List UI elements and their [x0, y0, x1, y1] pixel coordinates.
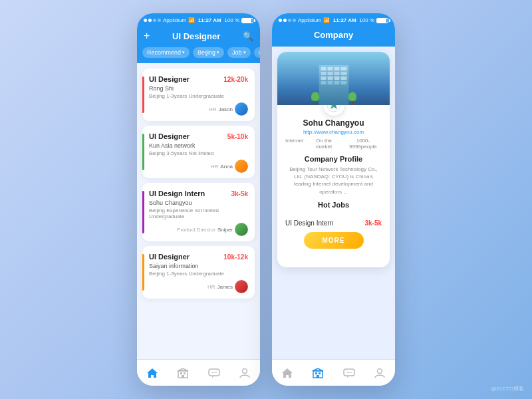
tab-home-left[interactable] [146, 368, 158, 378]
job-card-2[interactable]: UI Designer 5k-10k Kun Asia network Beij… [142, 126, 255, 178]
app-name-left: Applidium [163, 17, 186, 23]
rdot3 [288, 19, 291, 22]
company-profile-title: Company Profile [285, 155, 382, 163]
stack-card-2 [295, 259, 372, 264]
company-url[interactable]: http://www.changyou.com [285, 129, 382, 135]
job-tags-2: Beijing 3-5years Not limited [149, 150, 248, 156]
job-footer-4: HR James [149, 280, 248, 293]
svg-rect-12 [317, 375, 319, 378]
company-industry: Internet [285, 138, 303, 150]
company-info-section: Sohu Changyou http://www.changyou.com In… [277, 118, 390, 217]
svg-marker-4 [178, 368, 188, 371]
job-salary-2: 5k-10k [227, 133, 248, 140]
home-icon-right [281, 368, 293, 378]
tab-profile-left[interactable] [239, 368, 251, 378]
filter-company-label: Company [259, 49, 260, 56]
more-button[interactable]: MORE [304, 232, 364, 249]
signal-dots [144, 19, 161, 22]
status-bar-left: Applidium 📶 11:27 AM 100 % [137, 13, 260, 26]
tab-company-left[interactable] [177, 368, 189, 378]
job-card-3[interactable]: UI Design Intern 3k-5k Sohu Changyou Bei… [142, 183, 255, 241]
profile-icon [239, 368, 251, 378]
watermark: @51CTO博客 [491, 385, 524, 392]
tab-chat-right[interactable] [343, 368, 355, 378]
hot-job-row-1[interactable]: UI Design Intern 3k-5k [285, 219, 382, 227]
company-card: Sohu Changyou http://www.changyou.com In… [277, 52, 390, 267]
job-header-4: UI Designer 10k-12k [149, 253, 248, 261]
home-icon [146, 368, 158, 378]
svg-point-16 [377, 368, 382, 373]
nav-title-left: UI Designer [150, 31, 243, 41]
chat-icon [208, 368, 220, 378]
svg-rect-10 [315, 372, 317, 374]
filter-beijing-label: Beijing [198, 49, 215, 56]
job-title-4: UI Designer [149, 253, 190, 261]
stacked-cards [285, 259, 382, 267]
filter-recommend[interactable]: Recommend ▾ [142, 47, 190, 58]
rdot4 [293, 19, 296, 22]
search-icon[interactable]: 🔍 [243, 31, 253, 41]
filter-recommend-label: Recommend [147, 49, 181, 56]
hr-name-4: James [217, 284, 233, 290]
job-title-2: UI Designer [149, 132, 190, 140]
job-company-3: Sohu Changyou [149, 200, 248, 206]
tab-profile-right[interactable] [374, 368, 386, 378]
time-left: 11:27 AM [198, 17, 221, 23]
battery-pct-right: 100 % [359, 17, 374, 23]
job-card-1[interactable]: UI Designer 12k-20k Rong Shi Beijing 1-3… [142, 68, 255, 121]
hot-job-salary-1: 3k-5k [364, 219, 382, 227]
company-size: 1000-9999people [344, 138, 382, 150]
hr-name-1: Jason [219, 106, 233, 112]
job-tags-1: Beijing 1-3years Undergraduate [149, 93, 248, 99]
left-phone: Applidium 📶 11:27 AM 100 % + UI Designer… [137, 13, 260, 386]
tab-home-right[interactable] [281, 368, 293, 378]
hr-name-3: Sniper [217, 227, 233, 233]
job-title-3: UI Design Intern [149, 190, 205, 198]
avatar-3 [235, 223, 248, 236]
time-right: 11:27 AM [333, 17, 356, 23]
battery-icon-right [376, 18, 388, 23]
chevron-job: ▾ [243, 50, 246, 55]
company-stage: On the market [309, 138, 339, 150]
job-header-2: UI Designer 5k-10k [149, 132, 248, 140]
filter-beijing[interactable]: Beijing ▾ [193, 47, 224, 58]
filter-job[interactable]: Job ▾ [227, 47, 251, 58]
building-icon [177, 368, 189, 378]
profile-icon-right [374, 368, 386, 378]
rdot1 [279, 19, 282, 22]
filter-company[interactable]: Company ▾ [254, 47, 260, 58]
nav-title-right: Company [314, 30, 353, 40]
tab-chat-left[interactable] [208, 368, 220, 378]
job-tags-4: Beijing 1-3years Undergraduate [149, 271, 248, 277]
avatar-2 [235, 160, 248, 173]
job-card-4[interactable]: UI Designer 10k-12k Saiyan information B… [142, 246, 255, 299]
job-footer-2: HR Anna [149, 160, 248, 173]
company-scroll[interactable]: Sohu Changyou http://www.changyou.com In… [272, 47, 395, 359]
company-building-image [277, 52, 390, 105]
rdot2 [283, 19, 287, 22]
hr-name-2: Anna [220, 164, 233, 170]
filter-bar: Recommend ▾ Beijing ▾ Job ▾ Company ▾ [137, 47, 260, 63]
wifi-icon-right: 📶 [323, 17, 330, 23]
hot-job-title-1: UI Design Intern [285, 219, 333, 227]
status-right-left: 100 % [224, 17, 253, 23]
job-footer-1: HR Jason [149, 102, 248, 116]
status-left: Applidium 📶 [144, 17, 195, 23]
battery-pct-left: 100 % [224, 17, 239, 23]
job-salary-3: 3k-5k [231, 190, 248, 198]
tab-bar-left [137, 359, 260, 386]
tab-bar-right [272, 359, 395, 386]
job-header-3: UI Design Intern 3k-5k [149, 190, 248, 198]
svg-rect-2 [184, 372, 186, 374]
status-left-right: Applidium 📶 [279, 17, 330, 23]
job-company-1: Rong Shi [149, 85, 248, 92]
job-salary-1: 12k-20k [223, 76, 248, 83]
job-salary-4: 10k-12k [223, 253, 248, 261]
dot4 [158, 19, 161, 22]
tab-company-right[interactable] [312, 368, 324, 378]
add-icon[interactable]: + [144, 30, 150, 42]
hot-jobs-title: Hot Jobs [285, 201, 382, 209]
right-phone: Applidium 📶 11:27 AM 100 % Company [272, 13, 395, 386]
status-bar-right: Applidium 📶 11:27 AM 100 % [272, 13, 395, 26]
job-company-2: Kun Asia network [149, 142, 248, 149]
